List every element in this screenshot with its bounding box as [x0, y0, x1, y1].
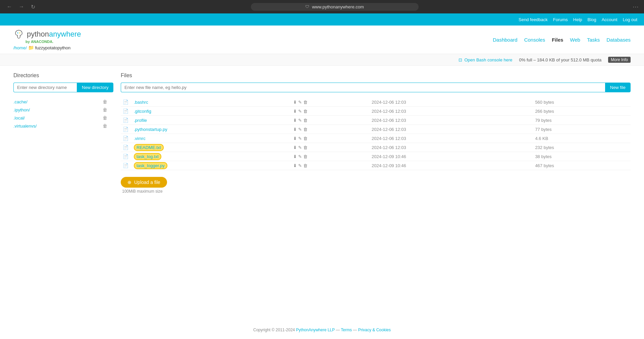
shield-icon: 🛡 [305, 4, 309, 9]
folder-icon: 📁 [28, 45, 34, 50]
dir-link-local[interactable]: .local/ [13, 115, 25, 120]
logout-link[interactable]: Log out [623, 17, 637, 22]
download-icon[interactable]: ⬇ [293, 145, 297, 150]
dir-link-cache[interactable]: .cache/ [13, 99, 28, 104]
help-link[interactable]: Help [573, 17, 582, 22]
blog-link[interactable]: Blog [588, 17, 596, 22]
edit-icon[interactable]: ✎ [298, 136, 302, 141]
logo-row: pythonanywhere [13, 29, 81, 40]
file-size: 467 bytes [533, 161, 631, 170]
file-icon: 📄 [123, 127, 128, 132]
footer-privacy-link[interactable]: Privacy & Cookies [358, 328, 391, 332]
file-link[interactable]: .gitconfig [134, 109, 151, 114]
edit-icon[interactable]: ✎ [298, 118, 302, 123]
list-item: .cache/ 🗑 [13, 98, 107, 106]
file-date: 2024-12-06 12:03 [370, 143, 533, 152]
footer-separator1: — [336, 328, 341, 332]
delete-file-icon[interactable]: 🗑 [303, 118, 308, 123]
delete-file-icon[interactable]: 🗑 [303, 136, 308, 141]
file-date: 2024-12-06 12:03 [370, 134, 533, 143]
file-link[interactable]: .vimrc [134, 136, 146, 141]
delete-icon[interactable]: 🗑 [103, 115, 107, 120]
delete-file-icon[interactable]: 🗑 [303, 109, 308, 114]
download-icon[interactable]: ⬇ [293, 100, 297, 105]
edit-icon[interactable]: ✎ [298, 109, 302, 114]
table-row: 📄 .bashrc ⬇ ✎ 🗑 2024-12-06 12:03 560 byt… [121, 98, 631, 107]
file-actions: ⬇ ✎ 🗑 [293, 163, 368, 168]
file-date: 2024-12-09 10:46 [370, 161, 533, 170]
footer-company-link[interactable]: PythonAnywhere LLP [296, 328, 335, 332]
browser-menu-icon[interactable]: ⋯ [633, 3, 639, 10]
delete-icon[interactable]: 🗑 [103, 99, 107, 104]
dir-link-ipython[interactable]: .ipython/ [13, 107, 30, 112]
download-icon[interactable]: ⬇ [293, 127, 297, 132]
file-size: 77 bytes [533, 125, 631, 134]
back-button[interactable]: ← [5, 2, 13, 11]
send-feedback-link[interactable]: Send feedback [519, 17, 548, 22]
file-size: 560 bytes [533, 98, 631, 107]
new-directory-button[interactable]: New directory [77, 83, 113, 92]
svg-point-1 [19, 33, 20, 34]
logo-text: pythonanywhere [27, 30, 81, 39]
table-row: 📄 .pythonstartup.py ⬇ ✎ 🗑 2024-12-06 12:… [121, 125, 631, 134]
file-link[interactable]: .pythonstartup.py [134, 127, 167, 132]
files-title: Files [121, 72, 631, 79]
delete-file-icon[interactable]: 🗑 [303, 145, 308, 150]
forums-link[interactable]: Forums [553, 17, 568, 22]
file-link[interactable]: README.txt [134, 144, 164, 151]
new-file-input[interactable] [121, 83, 605, 92]
table-row: 📄 .vimrc ⬇ ✎ 🗑 2024-12-06 12:03 4.6 KB [121, 134, 631, 143]
upload-label: Upload a file [134, 180, 160, 185]
delete-file-icon[interactable]: 🗑 [303, 100, 308, 105]
nav-consoles[interactable]: Consoles [524, 37, 545, 43]
delete-file-icon[interactable]: 🗑 [303, 163, 308, 168]
file-size: 79 bytes [533, 116, 631, 125]
more-info-button[interactable]: More Info [608, 57, 631, 63]
home-link[interactable]: /home/ [13, 45, 27, 50]
delete-file-icon[interactable]: 🗑 [303, 127, 308, 132]
file-icon: 📄 [123, 108, 128, 114]
nav-files[interactable]: Files [552, 37, 563, 43]
files-header-bar: ⊡ Open Bash console here 0% full – 184.0… [0, 54, 644, 66]
edit-icon[interactable]: ✎ [298, 154, 302, 159]
upload-button[interactable]: ⊕ Upload a file [121, 177, 167, 188]
download-icon[interactable]: ⬇ [293, 154, 297, 159]
nav-dashboard[interactable]: Dashboard [493, 37, 517, 43]
edit-icon[interactable]: ✎ [298, 100, 302, 105]
quota-text: 0% full – 184.0 KB of your 512.0 MB quot… [519, 57, 602, 62]
file-actions: ⬇ ✎ 🗑 [293, 154, 368, 159]
delete-icon[interactable]: 🗑 [103, 107, 107, 112]
nav-tasks[interactable]: Tasks [587, 37, 600, 43]
download-icon[interactable]: ⬇ [293, 136, 297, 141]
download-icon[interactable]: ⬇ [293, 118, 297, 123]
file-link[interactable]: task_logger.py [134, 162, 167, 169]
file-link[interactable]: .profile [134, 118, 147, 123]
nav-web[interactable]: Web [570, 37, 580, 43]
main-nav: Dashboard Consoles Files Web Tasks Datab… [493, 37, 631, 43]
directories-panel: Directories New directory .cache/ 🗑 .ipy… [13, 72, 107, 194]
new-file-button[interactable]: New file [605, 83, 631, 92]
delete-file-icon[interactable]: 🗑 [303, 154, 308, 159]
file-link[interactable]: .bashrc [134, 100, 148, 105]
reload-button[interactable]: ↻ [30, 2, 37, 11]
forward-button[interactable]: → [17, 2, 25, 11]
footer-copyright: Copyright © 2011-2024 [253, 328, 295, 332]
nav-databases[interactable]: Databases [606, 37, 631, 43]
download-icon[interactable]: ⬇ [293, 109, 297, 114]
download-icon[interactable]: ⬇ [293, 163, 297, 168]
upload-section: ⊕ Upload a file 100MiB maximum size [121, 177, 631, 194]
edit-icon[interactable]: ✎ [298, 145, 302, 150]
new-directory-input[interactable] [13, 83, 77, 92]
file-link[interactable]: task_log.txt [134, 153, 161, 160]
dir-link-virtualenvs[interactable]: .virtualenvs/ [13, 124, 37, 129]
delete-icon[interactable]: 🗑 [103, 123, 107, 129]
account-link[interactable]: Account [602, 17, 618, 22]
edit-icon[interactable]: ✎ [298, 127, 302, 132]
list-item: .ipython/ 🗑 [13, 106, 107, 114]
edit-icon[interactable]: ✎ [298, 163, 302, 168]
bash-console-link[interactable]: ⊡ Open Bash console here [459, 57, 512, 62]
file-size: 38 bytes [533, 152, 631, 161]
url-text: www.pythonanywhere.com [312, 4, 364, 9]
footer-terms-link[interactable]: Terms [341, 328, 352, 332]
file-icon: 📄 [123, 136, 128, 141]
